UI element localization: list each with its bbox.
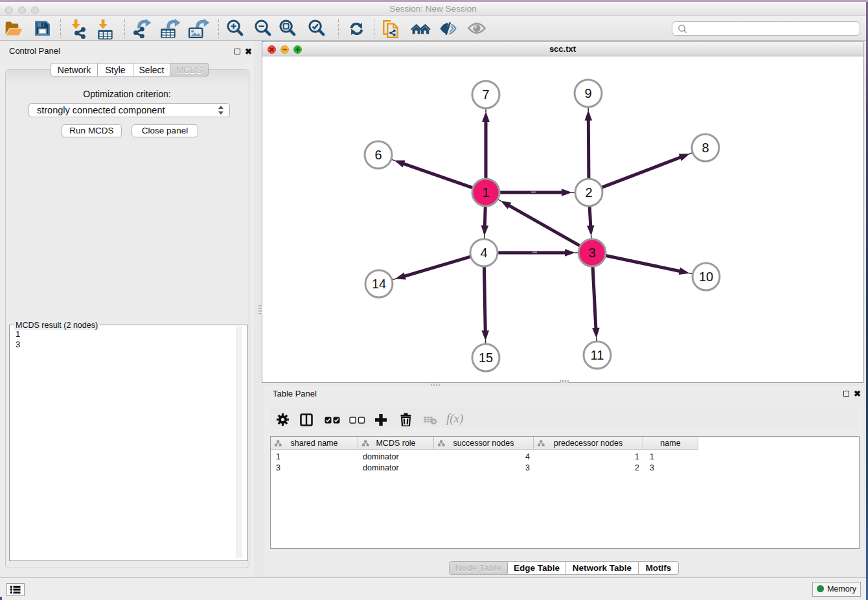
svg-text:3: 3 (588, 246, 595, 260)
svg-text:15: 15 (479, 351, 493, 365)
svg-text:8: 8 (702, 141, 709, 155)
svg-text:14: 14 (372, 277, 386, 291)
svg-text:9: 9 (584, 86, 591, 100)
svg-text:2: 2 (585, 185, 592, 200)
svg-text:11: 11 (591, 348, 604, 362)
svg-text:7: 7 (482, 87, 489, 102)
svg-text:4: 4 (480, 246, 487, 260)
svg-text:10: 10 (699, 270, 713, 284)
svg-text:6: 6 (374, 148, 382, 162)
svg-text:1: 1 (482, 185, 489, 200)
